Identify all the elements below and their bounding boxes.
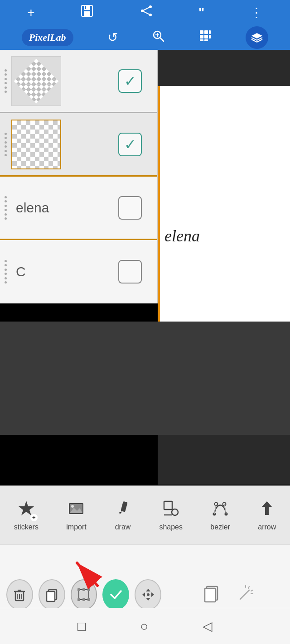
svg-rect-51 (87, 598, 90, 601)
logo[interactable]: PixelLab (22, 29, 73, 46)
top-bar: + " ⋮ PixelLab ↺ (0, 0, 290, 50)
confirm-button[interactable] (102, 579, 129, 610)
svg-point-58 (147, 593, 150, 596)
layer-name: elena (11, 200, 103, 216)
draw-tool[interactable]: draw (111, 498, 134, 533)
plus-badge: + (30, 514, 38, 521)
svg-rect-18 (209, 35, 211, 38)
svg-rect-41 (18, 590, 21, 591)
visibility-checkbox[interactable]: ✓ (118, 133, 142, 156)
move-button[interactable] (135, 579, 161, 610)
visibility-checkbox[interactable] (118, 196, 142, 220)
svg-rect-14 (204, 30, 208, 34)
svg-rect-50 (77, 598, 80, 601)
svg-marker-28 (119, 510, 122, 514)
svg-rect-17 (204, 35, 208, 38)
layer-visibility-toggle[interactable] (103, 260, 157, 284)
svg-marker-21 (251, 33, 262, 38)
drag-dot (5, 141, 7, 144)
circle-nav[interactable]: ○ (140, 619, 148, 634)
arrow-tool[interactable]: arrow (255, 498, 279, 533)
grid-button[interactable] (199, 29, 212, 45)
drag-dot (5, 82, 7, 84)
drag-handle[interactable] (0, 69, 11, 93)
layer-visibility-toggle[interactable] (103, 196, 157, 220)
drag-dot (5, 196, 7, 198)
drag-dot (5, 281, 7, 284)
layer-visibility-toggle[interactable]: ✓ (103, 69, 157, 93)
layer-row[interactable]: elena (0, 177, 157, 240)
import-icon (68, 500, 85, 520)
svg-point-30 (172, 509, 178, 515)
svg-marker-55 (146, 598, 150, 601)
drag-dot (5, 200, 7, 202)
bezier-tool[interactable]: bezier (208, 498, 233, 533)
drag-handle[interactable] (0, 260, 11, 284)
svg-rect-53 (82, 598, 85, 601)
drag-dot (5, 133, 7, 135)
copy-variant-button[interactable] (202, 584, 222, 606)
layer-row[interactable]: ✓ (0, 113, 157, 177)
drag-dot (5, 154, 7, 156)
layer-name: C (11, 264, 103, 279)
magic-wand-button[interactable] (236, 584, 256, 606)
drag-dot (5, 269, 7, 271)
layers-button[interactable] (246, 26, 268, 49)
bezier-label: bezier (210, 523, 230, 531)
svg-line-8 (142, 11, 150, 15)
quote-button[interactable]: " (198, 5, 204, 20)
drag-handle[interactable] (0, 196, 11, 220)
drag-dot (5, 205, 7, 207)
layer-row[interactable]: C (0, 240, 157, 303)
back-nav[interactable]: ◁ (203, 619, 213, 634)
drag-dot (5, 213, 7, 216)
svg-line-63 (248, 586, 249, 588)
svg-marker-38 (262, 501, 272, 515)
top-bar-row2: PixelLab ↺ (0, 25, 290, 50)
svg-line-64 (251, 590, 253, 591)
top-bar-row1: + " ⋮ (0, 0, 290, 25)
zoom-button[interactable] (152, 29, 164, 45)
home-nav[interactable]: □ (77, 619, 86, 634)
svg-rect-13 (200, 30, 203, 34)
canvas-text: elena (164, 226, 200, 245)
import-label: import (66, 523, 86, 531)
arrow-icon (258, 500, 276, 520)
svg-line-61 (240, 590, 249, 599)
stickers-tool[interactable]: + stickers (11, 498, 41, 533)
drag-dot (5, 78, 7, 80)
add-button[interactable]: + (27, 5, 34, 20)
save-button[interactable] (80, 4, 94, 21)
layer-thumbnail (11, 56, 61, 106)
canvas-white[interactable]: elena (158, 86, 290, 333)
svg-marker-54 (146, 589, 150, 591)
arrow-label: arrow (258, 523, 276, 531)
drag-dot (5, 137, 7, 139)
copy-button[interactable] (39, 579, 65, 610)
drag-dot (5, 217, 7, 220)
layer-visibility-toggle[interactable]: ✓ (103, 133, 157, 156)
svg-marker-22 (19, 501, 34, 515)
delete-button[interactable] (6, 579, 33, 610)
import-tool[interactable]: import (63, 498, 89, 533)
more-button[interactable]: ⋮ (250, 5, 263, 20)
nav-bar: □ ○ ◁ (0, 608, 290, 644)
svg-rect-1 (84, 5, 90, 10)
stickers-icon: + (18, 500, 35, 520)
svg-rect-3 (85, 6, 86, 9)
bezier-icon (212, 500, 229, 520)
drag-dot (5, 73, 7, 76)
svg-line-7 (142, 7, 150, 11)
visibility-checkbox[interactable]: ✓ (118, 69, 142, 93)
shapes-tool[interactable]: shapes (156, 498, 185, 533)
svg-rect-27 (121, 501, 127, 512)
drag-handle[interactable] (0, 133, 11, 156)
svg-rect-16 (200, 35, 203, 38)
share-button[interactable] (140, 4, 153, 21)
undo-button[interactable]: ↺ (107, 30, 118, 45)
layer-row[interactable]: ✓ (0, 50, 157, 113)
svg-point-25 (71, 505, 74, 508)
visibility-checkbox[interactable] (118, 260, 142, 284)
drag-dot (5, 273, 7, 275)
bottom-toolbar: + stickers import draw (0, 485, 290, 544)
